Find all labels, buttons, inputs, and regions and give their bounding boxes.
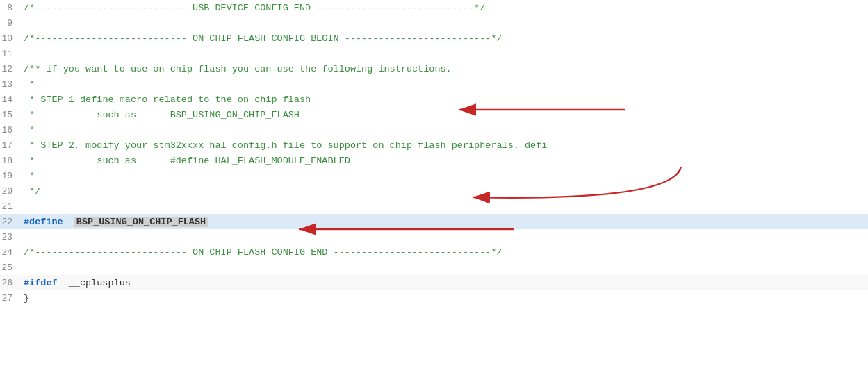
line-content (19, 262, 868, 273)
code-line-18: 18 * such as #define HAL_FLASH_MODULE_EN… (0, 153, 868, 168)
line-content (19, 18, 868, 28)
code-line-16: 16 * (0, 122, 868, 138)
line-content: /*--------------------------- ON_CHIP_FL… (19, 247, 868, 258)
line-content (19, 201, 868, 212)
line-number: 21 (0, 201, 19, 212)
code-line-11: 11 (0, 46, 868, 61)
code-line-17: 17 * STEP 2, modify your stm32xxxx_hal_c… (0, 138, 868, 153)
line-number: 22 (0, 217, 19, 227)
code-line-15: 15 * such as BSP_USING_ON_CHIP_FLASH (0, 107, 868, 122)
ifdef-value: __cplusplus (69, 278, 131, 288)
line-number: 18 (0, 156, 19, 166)
line-content: * such as BSP_USING_ON_CHIP_FLASH (19, 110, 868, 120)
line-number: 25 (0, 262, 19, 273)
code-line-9: 9 (0, 15, 868, 31)
line-content (19, 49, 868, 59)
line-number: 16 (0, 125, 19, 135)
line-number: 20 (0, 186, 19, 197)
code-line-13: 13 * (0, 76, 868, 92)
line-content: } (19, 293, 868, 303)
code-line-21: 21 (0, 199, 868, 214)
line-content: * STEP 1 define macro related to the on … (19, 94, 868, 105)
code-line-27: 27 } (0, 290, 868, 306)
line-content: /*--------------------------- USB DEVICE… (19, 3, 868, 13)
macro-name: BSP_USING_ON_CHIP_FLASH (74, 217, 208, 227)
code-line-24: 24 /*--------------------------- ON_CHIP… (0, 244, 868, 260)
line-content: #ifdef __cplusplus (19, 278, 868, 288)
keyword-define: #define (24, 217, 63, 227)
code-line-8: 8 /*--------------------------- USB DEVI… (0, 0, 868, 15)
code-line-19: 19 * (0, 168, 868, 183)
code-line-10: 10 /*--------------------------- ON_CHIP… (0, 31, 868, 46)
line-number: 10 (0, 33, 19, 44)
code-line-12: 12 /** if you want to use on chip flash … (0, 61, 868, 76)
code-line-25: 25 (0, 260, 868, 275)
line-number: 13 (0, 79, 19, 90)
line-content: * such as #define HAL_FLASH_MODULE_ENABL… (19, 156, 868, 166)
line-number: 19 (0, 171, 19, 181)
line-content: /*--------------------------- ON_CHIP_FL… (19, 33, 868, 44)
line-number: 14 (0, 94, 19, 105)
line-content: * STEP 2, modify your stm32xxxx_hal_conf… (19, 140, 868, 151)
line-content: */ (19, 186, 868, 197)
code-editor: 8 /*--------------------------- USB DEVI… (0, 0, 868, 375)
line-number: 27 (0, 293, 19, 303)
line-number: 11 (0, 49, 19, 59)
line-number: 8 (0, 3, 19, 13)
line-content (19, 232, 868, 242)
line-content: #define BSP_USING_ON_CHIP_FLASH (19, 217, 868, 227)
line-number: 24 (0, 247, 19, 258)
line-number: 9 (0, 18, 19, 28)
line-content: * (19, 79, 868, 90)
line-number: 17 (0, 140, 19, 151)
line-number: 23 (0, 232, 19, 242)
code-line-26: 26 #ifdef __cplusplus (0, 275, 868, 290)
code-line-22: 22 #define BSP_USING_ON_CHIP_FLASH (0, 214, 868, 229)
line-number: 12 (0, 64, 19, 74)
keyword-ifdef: #ifdef (24, 278, 58, 288)
line-content: * (19, 125, 868, 135)
code-line-20: 20 */ (0, 183, 868, 199)
code-line-23: 23 (0, 229, 868, 244)
line-content: /** if you want to use on chip flash you… (19, 64, 868, 74)
line-number: 26 (0, 278, 19, 288)
line-number: 15 (0, 110, 19, 120)
code-line-14: 14 * STEP 1 define macro related to the … (0, 92, 868, 107)
line-content: * (19, 171, 868, 181)
